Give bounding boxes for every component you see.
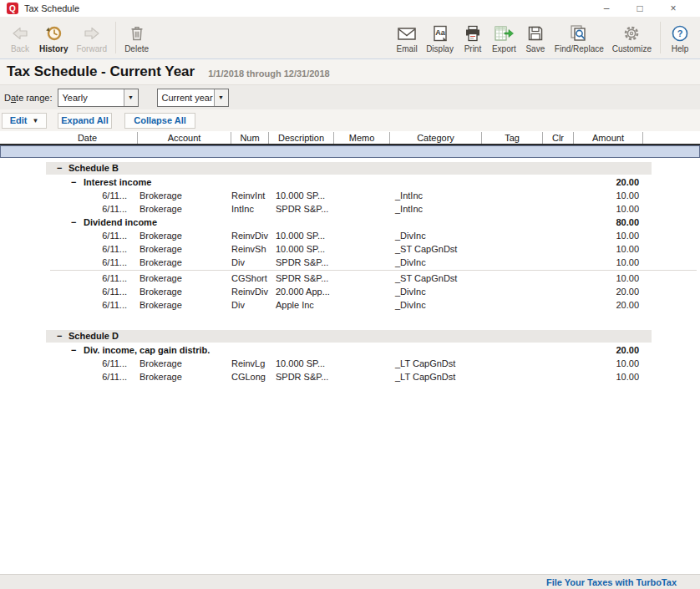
svg-text:Aa: Aa (435, 28, 445, 37)
report-heading: Tax Schedule - Current Year 1/1/2018 thr… (0, 59, 700, 84)
column-header-num[interactable]: Num (231, 132, 269, 144)
close-button[interactable]: × (657, 3, 690, 14)
turbotax-link[interactable]: File Your Taxes with TurboTax (546, 577, 677, 587)
column-header-amount[interactable]: Amount (574, 132, 643, 144)
cell-category: _ST CapGnDst (390, 272, 482, 285)
cell-account: Brokerage (138, 202, 231, 216)
display-button[interactable]: Aa Display (422, 18, 458, 57)
cell-memo (334, 285, 390, 298)
collapse-icon[interactable]: − (57, 162, 62, 175)
find-replace-button[interactable]: Find/Replace (550, 18, 608, 57)
delete-button[interactable]: Delete (120, 18, 153, 57)
save-button[interactable]: Save (520, 18, 550, 57)
help-button[interactable]: ? Help (665, 18, 695, 57)
cell-category: _DivInc (390, 298, 482, 312)
cell-account: Brokerage (138, 357, 231, 370)
collapse-icon[interactable]: − (71, 175, 76, 189)
forward-button[interactable]: Forward (72, 18, 111, 57)
group-header[interactable]: −Interest income20.00 (0, 175, 700, 189)
cell-description: 20.000 App... (269, 285, 334, 298)
column-header-category[interactable]: Category (390, 132, 482, 144)
interval-select[interactable]: Yearly ▼ (58, 89, 139, 107)
cell-tag (482, 298, 543, 312)
cell-memo (334, 202, 390, 216)
cell-amount: 10.00 (574, 357, 643, 370)
report-date-range-text: 1/1/2018 through 12/31/2018 (208, 66, 330, 79)
cell-account: Brokerage (138, 256, 231, 269)
cell-amount: 10.00 (574, 242, 643, 256)
transaction-row[interactable]: 6/11...BrokerageDivApple Inc_DivInc20.00 (0, 298, 700, 312)
group-header[interactable]: −Div. income, cap gain distrib.20.00 (0, 343, 700, 357)
row-divider (50, 270, 697, 271)
section-header[interactable]: −Schedule B (46, 162, 652, 175)
window-title: Tax Schedule (24, 3, 79, 13)
column-header-account[interactable]: Account (138, 132, 231, 144)
section-header[interactable]: −Schedule D (46, 330, 652, 343)
cell-num: CGLong (231, 370, 269, 383)
cell-amount: 10.00 (574, 256, 643, 269)
cell-account: Brokerage (138, 298, 231, 312)
collapse-icon[interactable]: − (57, 330, 62, 343)
transaction-row[interactable]: 6/11...BrokerageReinvLg10.000 SP..._LT C… (0, 357, 700, 370)
customize-button[interactable]: Customize (608, 18, 656, 57)
status-bar: File Your Taxes with TurboTax (0, 574, 700, 589)
transaction-row[interactable]: 6/11...BrokerageCGLongSPDR S&P..._LT Cap… (0, 370, 700, 383)
column-header-description[interactable]: Description (269, 132, 334, 144)
column-header-clr[interactable]: Clr (543, 132, 574, 144)
minimize-button[interactable]: – (590, 3, 623, 14)
period-select[interactable]: Current year ▼ (157, 89, 229, 107)
collapse-icon[interactable]: − (71, 343, 76, 357)
export-spreadsheet-icon (492, 23, 515, 44)
maximize-button[interactable]: □ (623, 3, 657, 14)
cell-date: 6/11... (0, 298, 138, 312)
cell-memo (334, 298, 390, 312)
svg-text:?: ? (677, 28, 683, 38)
cell-clr (543, 202, 574, 216)
expand-all-button[interactable]: Expand All (58, 113, 112, 129)
chevron-down-icon[interactable]: ▼ (214, 89, 228, 106)
window-controls: – □ × (590, 3, 690, 14)
quicken-logo-icon: Q (7, 3, 18, 14)
cell-account: Brokerage (138, 189, 231, 202)
report-buttons-band: Edit ▼ Expand All Collapse All (0, 109, 700, 131)
cell-tag (482, 202, 543, 216)
cell-memo (334, 256, 390, 269)
collapse-icon[interactable]: − (71, 216, 76, 229)
history-button[interactable]: History (35, 18, 72, 57)
collapse-all-button[interactable]: Collapse All (124, 113, 195, 129)
cell-filler (643, 189, 700, 202)
transaction-row[interactable]: 6/11...BrokerageReinvInt10.000 SP..._Int… (0, 189, 700, 202)
cell-account: Brokerage (138, 272, 231, 285)
report-body: −Schedule B−Interest income20.006/11...B… (0, 162, 700, 383)
date-range-band: Date range: Yearly ▼ Current year ▼ (0, 84, 700, 109)
cell-memo (334, 229, 390, 242)
column-header-date[interactable]: Date (0, 132, 138, 144)
cell-description: SPDR S&P... (269, 202, 334, 216)
export-button[interactable]: Export (488, 18, 520, 57)
print-button[interactable]: Print (458, 18, 488, 57)
selected-row-highlight[interactable] (0, 145, 700, 158)
gear-icon (621, 23, 642, 44)
toolbar: Back History Forward (0, 17, 700, 59)
group-header[interactable]: −Dividend income80.00 (0, 216, 700, 229)
transaction-row[interactable]: 6/11...BrokerageIntIncSPDR S&P..._IntInc… (0, 202, 700, 216)
transaction-row[interactable]: 6/11...BrokerageReinvDiv20.000 App..._Di… (0, 285, 700, 298)
column-header-tag[interactable]: Tag (482, 132, 543, 144)
cell-description: 10.000 SP... (269, 357, 334, 370)
edit-menu-button[interactable]: Edit ▼ (2, 113, 47, 129)
email-button[interactable]: Email (392, 18, 422, 57)
cell-filler (643, 370, 700, 383)
chevron-down-icon[interactable]: ▼ (124, 89, 138, 106)
cell-num: ReinvDiv (231, 285, 269, 298)
date-range-label: Date range: (4, 93, 53, 103)
column-header-memo[interactable]: Memo (334, 132, 390, 144)
back-arrow-icon (9, 23, 31, 44)
transaction-row[interactable]: 6/11...BrokerageDivSPDR S&P..._DivInc10.… (0, 256, 700, 269)
cell-filler (643, 229, 700, 242)
transaction-row[interactable]: 6/11...BrokerageReinvDiv10.000 SP..._Div… (0, 229, 700, 242)
transaction-row[interactable]: 6/11...BrokerageCGShortSPDR S&P..._ST Ca… (0, 272, 700, 285)
cell-date: 6/11... (0, 229, 138, 242)
back-button[interactable]: Back (5, 18, 35, 57)
transaction-row[interactable]: 6/11...BrokerageReinvSh10.000 SP..._ST C… (0, 242, 700, 256)
cell-tag (482, 256, 543, 269)
